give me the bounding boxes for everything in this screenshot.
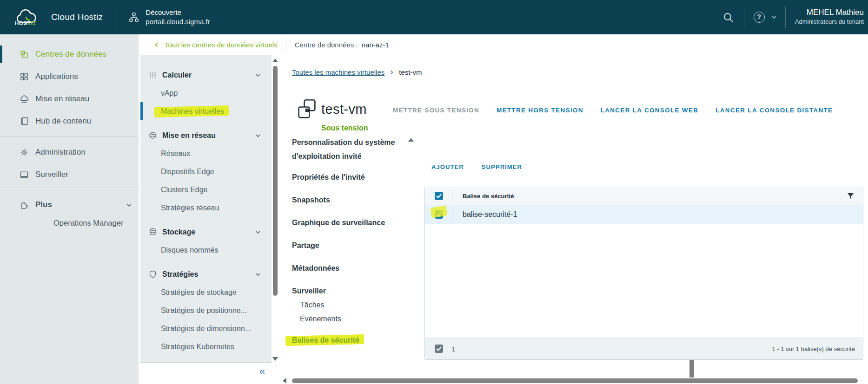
scroll-left-arrow[interactable] xyxy=(283,378,286,384)
sidebar-item-operations-manager[interactable]: Operations Manager xyxy=(0,215,139,231)
page-title: test-vm xyxy=(321,102,367,117)
table-footer: 1 1 - 1 sur 1 balise(s) de sécurité xyxy=(425,338,863,359)
chevron-down-icon[interactable] xyxy=(254,71,262,79)
subnav-section-compute[interactable]: Calculer xyxy=(140,66,272,84)
subnav-item-edge-clusters[interactable]: Clusters Edge xyxy=(140,181,272,199)
add-button[interactable]: AJOUTER xyxy=(431,163,464,170)
security-tag-name: balise-securité-1 xyxy=(463,210,517,219)
highlight-marker: Balises de sécurité xyxy=(292,336,359,344)
applications-icon xyxy=(20,72,29,81)
user-menu[interactable]: MEHEL Mathieu Administrateurs du tenant xyxy=(795,8,864,26)
table-row[interactable]: balise-securité-1 xyxy=(425,205,863,224)
breadcrumb-chevron-icon xyxy=(389,69,395,75)
sidebar-item-label: Operations Manager xyxy=(53,219,123,228)
filter-icon[interactable] xyxy=(847,193,854,199)
cloud-director-app: HOSTIZ Cloud Hostiz Découverte portail.c… xyxy=(0,0,868,384)
power-on-button[interactable]: METTRE SOUS TENSION xyxy=(393,107,479,114)
org-title: Découverte xyxy=(146,8,210,17)
horizontal-scrollbar[interactable] xyxy=(279,377,868,384)
chevron-down-icon[interactable] xyxy=(254,270,262,279)
vm-status-badge: Sous tension xyxy=(321,124,368,132)
network-cloud-icon xyxy=(20,94,29,104)
scroll-up-arrow[interactable] xyxy=(272,59,278,62)
subnav-item-named-disks[interactable]: Disques nommés xyxy=(140,241,272,259)
subnav-item-networks[interactable]: Réseaux xyxy=(140,144,272,163)
subnav-section-label: Calculer xyxy=(162,71,192,79)
breadcrumb-current: test-vm xyxy=(399,68,422,76)
subnav-section-label: Stockage xyxy=(162,228,195,236)
subnav-item-placement-policies[interactable]: Stratégies de positionne... xyxy=(140,301,272,319)
sidebar-item-administration[interactable]: Administration xyxy=(0,141,139,163)
collapse-sidebar-button[interactable]: « xyxy=(259,365,265,377)
launch-remote-console-button[interactable]: LANCER LA CONSOLE DISTANTE xyxy=(716,107,833,114)
subnav-section-policies[interactable]: Stratégies xyxy=(140,265,272,283)
launch-web-console-button[interactable]: LANCER LA CONSOLE WEB xyxy=(601,107,699,114)
tab-monitoring-chart[interactable]: Graphique de surveillance xyxy=(292,218,408,228)
vm-icon xyxy=(297,98,317,122)
sidebar-item-monitor[interactable]: Surveiller xyxy=(0,163,139,186)
chevron-down-icon[interactable] xyxy=(770,13,778,21)
scroll-down-arrow[interactable] xyxy=(272,357,278,361)
sidebar-divider xyxy=(0,190,139,190)
sidebar-item-label: Applications xyxy=(35,72,78,81)
tab-metadata[interactable]: Métadonnées xyxy=(292,263,408,273)
security-tags-table: Balise de sécurité balise-securité-1 xyxy=(424,187,863,360)
subnav-item-vapp[interactable]: vApp xyxy=(140,84,272,102)
tab-security-tags[interactable]: Balises de sécurité xyxy=(292,335,408,345)
sidebar-item-applications[interactable]: Applications xyxy=(0,65,139,88)
selected-count-checkbox-icon xyxy=(435,345,443,353)
puzzle-icon xyxy=(20,200,29,209)
subnav-item-kubernetes-policies[interactable]: Stratégies Kubernetes xyxy=(140,338,272,356)
subnav-section-networking[interactable]: Mise en réseau xyxy=(140,126,272,144)
tab-guest-properties[interactable]: Propriétés de l'invité xyxy=(292,172,408,182)
subnav-section-label: Stratégies xyxy=(162,270,198,279)
column-divider xyxy=(452,190,452,202)
sidebar-item-datacenters[interactable]: Centres de données xyxy=(0,43,139,65)
highlight-marker xyxy=(430,205,447,218)
chevron-down-icon[interactable] xyxy=(254,131,262,140)
sidebar-divider xyxy=(0,137,139,137)
security-tags-toolbar: AJOUTER SUPPRIMER xyxy=(431,163,522,170)
org-switcher[interactable]: Découverte portail.cloud.sigma.fr xyxy=(128,8,210,26)
sidebar-item-plus[interactable]: Plus xyxy=(0,195,139,215)
user-role: Administrateurs du tenant xyxy=(795,17,864,26)
monitor-icon xyxy=(20,170,29,179)
chevron-down-icon[interactable] xyxy=(254,228,262,236)
subnav-item-virtual-machines[interactable]: Machines virtuelles xyxy=(140,102,272,120)
sidebar-item-label: Hub de contenu xyxy=(35,117,91,126)
help-icon[interactable]: ? xyxy=(754,12,765,23)
tab-tasks[interactable]: Tâches xyxy=(292,300,408,310)
back-to-datacenters-link[interactable]: Tous les centres de données virtuels xyxy=(153,41,278,49)
power-off-button[interactable]: METTRE HORS TENSION xyxy=(497,107,583,114)
tab-snapshots[interactable]: Snapshots xyxy=(292,195,408,205)
compute-grid-icon xyxy=(148,71,158,80)
subnav-footer: « xyxy=(140,362,272,384)
select-all-checkbox[interactable] xyxy=(435,192,443,200)
sidebar-item-networking[interactable]: Mise en réseau xyxy=(0,88,139,110)
sidebar-item-label: Plus xyxy=(35,200,52,209)
cloud-hostiz-logo[interactable]: HOSTIZ xyxy=(12,9,39,26)
subnav-item-storage-policies[interactable]: Stratégies de stockage xyxy=(140,283,272,301)
gear-icon xyxy=(20,148,29,157)
tab-guest-os-customization[interactable]: Personnalisation du système d'exploitati… xyxy=(292,136,408,163)
subnav-item-sizing-policies[interactable]: Stratégies de dimensionn... xyxy=(140,319,272,338)
datacenter-icon xyxy=(20,50,29,59)
subnav-item-network-policies[interactable]: Stratégies réseau xyxy=(140,199,272,217)
subnav-section-storage[interactable]: Stockage xyxy=(140,223,272,241)
scrollbar-thumb[interactable] xyxy=(273,66,278,296)
scroll-up-arrow[interactable] xyxy=(408,138,414,142)
search-icon[interactable] xyxy=(722,11,735,24)
network-globe-icon xyxy=(148,131,158,140)
subnav-scrollbar[interactable] xyxy=(272,55,279,362)
all-vms-link[interactable]: Toutes les machines virtuelles xyxy=(292,68,384,76)
delete-button[interactable]: SUPPRIMER xyxy=(482,163,522,170)
breadcrumb: Toutes les machines virtuelles test-vm xyxy=(292,68,422,76)
tab-sharing[interactable]: Partage xyxy=(292,241,408,250)
sitemap-icon xyxy=(128,12,139,23)
datacenter-label: Centre de données : xyxy=(295,41,358,49)
highlight-marker: Machines virtuelles xyxy=(161,107,224,116)
sidebar-item-content-hub[interactable]: Hub de contenu xyxy=(0,110,139,132)
scrollbar-thumb[interactable] xyxy=(292,378,858,383)
tab-events[interactable]: Événements xyxy=(292,314,408,324)
subnav-item-edge-gateways[interactable]: Dispositifs Edge xyxy=(140,163,272,181)
